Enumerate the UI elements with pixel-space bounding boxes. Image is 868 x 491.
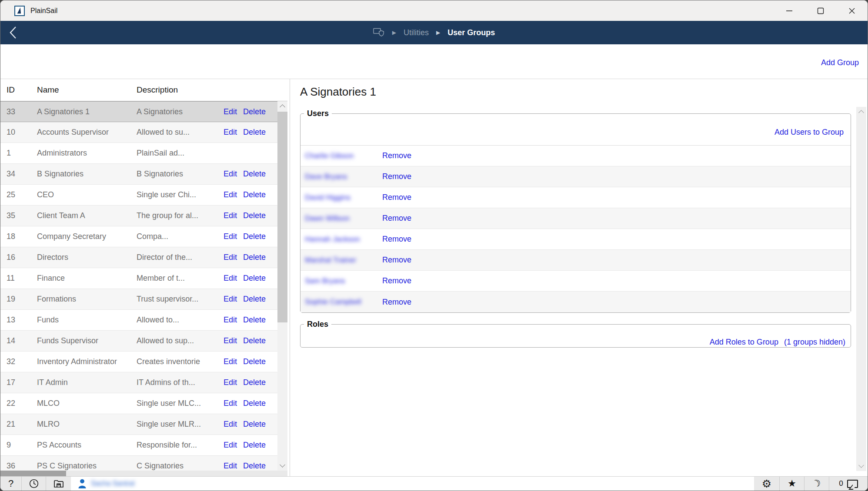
scroll-up-icon[interactable] <box>858 110 864 116</box>
close-button[interactable] <box>836 0 868 21</box>
delete-link[interactable]: Delete <box>243 461 266 471</box>
remove-user-link[interactable]: Remove <box>382 255 411 265</box>
scroll-down-icon[interactable] <box>280 462 285 468</box>
add-roles-to-group-link[interactable]: Add Roles to Group <box>710 338 778 347</box>
history-button[interactable] <box>22 477 46 491</box>
settings-button[interactable]: ⚙ <box>754 477 779 491</box>
messages-button[interactable]: 0 <box>829 477 868 491</box>
delete-link[interactable]: Delete <box>243 190 266 199</box>
remove-user-link[interactable]: Remove <box>382 193 411 202</box>
remove-user-link[interactable]: Remove <box>382 214 411 223</box>
edit-link[interactable]: Edit <box>224 399 237 408</box>
column-header-description[interactable]: Description <box>137 85 224 95</box>
dark-mode-button[interactable]: ☽ <box>805 477 829 491</box>
delete-link[interactable]: Delete <box>243 336 266 345</box>
maximize-button[interactable] <box>805 0 836 21</box>
minimize-button[interactable] <box>774 0 805 21</box>
edit-link[interactable]: Edit <box>224 420 237 429</box>
add-users-to-group-link[interactable]: Add Users to Group <box>775 128 844 137</box>
table-row[interactable]: 10 Accounts Supervisor Allowed to su... … <box>0 122 287 143</box>
table-row[interactable]: 16 Directors Director of the... EditDele… <box>0 247 287 268</box>
table-row[interactable]: 17 IT Admin IT Admins of th... EditDelet… <box>0 372 287 393</box>
user-name-link[interactable]: Sophie Campbell <box>305 298 382 306</box>
column-header-name[interactable]: Name <box>37 85 137 95</box>
delete-link[interactable]: Delete <box>243 274 266 283</box>
edit-link[interactable]: Edit <box>224 274 237 283</box>
scroll-down-icon[interactable] <box>858 462 864 468</box>
table-row[interactable]: 1 Administrators PlainSail ad... <box>0 143 287 164</box>
delete-link[interactable]: Delete <box>243 295 266 304</box>
edit-link[interactable]: Edit <box>224 378 237 387</box>
scroll-up-icon[interactable] <box>280 104 285 110</box>
table-vertical-scrollbar[interactable] <box>277 101 287 471</box>
remove-user-link[interactable]: Remove <box>382 298 411 307</box>
delete-link[interactable]: Delete <box>243 169 266 179</box>
groups-table-panel: ID Name Description 33 A Signatories 1 A… <box>0 79 287 476</box>
remove-user-link[interactable]: Remove <box>382 172 411 181</box>
edit-link[interactable]: Edit <box>224 253 237 262</box>
edit-link[interactable]: Edit <box>224 107 237 116</box>
delete-link[interactable]: Delete <box>243 378 266 387</box>
table-row[interactable]: 22 MLCO Single user MLC... EditDelete <box>0 393 287 414</box>
current-user[interactable]: Sacha Santral <box>71 477 135 491</box>
help-button[interactable]: ? <box>0 477 21 491</box>
detail-vertical-scrollbar[interactable] <box>856 107 866 471</box>
delete-link[interactable]: Delete <box>243 107 266 116</box>
screens-shield-icon[interactable] <box>373 28 385 38</box>
delete-link[interactable]: Delete <box>243 357 266 366</box>
edit-link[interactable]: Edit <box>224 169 237 179</box>
table-row[interactable]: 11 Finance Member of t... EditDelete <box>0 268 287 289</box>
user-name-link[interactable]: Sam Bryans <box>305 277 382 285</box>
edit-link[interactable]: Edit <box>224 357 237 366</box>
user-name-link[interactable]: Marshal Trainer <box>305 256 382 265</box>
table-row[interactable]: 25 CEO Single user Chi... EditDelete <box>0 185 287 206</box>
window-controls <box>774 0 868 21</box>
user-name-link[interactable]: David Higgins <box>305 193 382 202</box>
edit-link[interactable]: Edit <box>224 128 237 137</box>
user-name-link[interactable]: Dawn Willson <box>305 214 382 223</box>
edit-link[interactable]: Edit <box>224 190 237 199</box>
user-name-link[interactable]: Hannah Jackson <box>305 235 382 244</box>
table-row[interactable]: 33 A Signatories 1 A Signatories EditDel… <box>0 101 287 122</box>
delete-link[interactable]: Delete <box>243 441 266 450</box>
user-name-link[interactable]: Dave Bryans <box>305 173 382 181</box>
column-header-id[interactable]: ID <box>7 85 37 95</box>
delete-link[interactable]: Delete <box>243 232 266 241</box>
remove-user-link[interactable]: Remove <box>382 276 411 285</box>
edit-link[interactable]: Edit <box>224 461 237 471</box>
add-group-link[interactable]: Add Group <box>821 58 859 67</box>
delete-link[interactable]: Delete <box>243 315 266 325</box>
edit-link[interactable]: Edit <box>224 441 237 450</box>
table-horizontal-scrollbar[interactable] <box>0 471 287 476</box>
scrollbar-thumb[interactable] <box>0 471 66 476</box>
table-row[interactable]: 21 MLRO Single user MLR... EditDelete <box>0 414 287 435</box>
delete-link[interactable]: Delete <box>243 399 266 408</box>
table-row[interactable]: 13 Funds Allowed to... EditDelete <box>0 310 287 331</box>
breadcrumb-utilities[interactable]: Utilities <box>404 28 429 37</box>
table-row[interactable]: 14 Funds Supervisor Allowed to sup... Ed… <box>0 331 287 352</box>
edit-link[interactable]: Edit <box>224 232 237 241</box>
edit-link[interactable]: Edit <box>224 295 237 304</box>
delete-link[interactable]: Delete <box>243 253 266 262</box>
table-row[interactable]: 9 PS Accounts Responsible for... EditDel… <box>0 435 287 456</box>
edit-link[interactable]: Edit <box>224 315 237 325</box>
edit-link[interactable]: Edit <box>224 336 237 345</box>
table-row[interactable]: 34 B Signatories B Signatories EditDelet… <box>0 164 287 185</box>
edit-link[interactable]: Edit <box>224 211 237 220</box>
delete-link[interactable]: Delete <box>243 420 266 429</box>
remove-user-link[interactable]: Remove <box>382 151 411 160</box>
saved-files-button[interactable] <box>46 477 71 491</box>
table-row[interactable]: 36 PS C Signatories C Signatories EditDe… <box>0 456 287 471</box>
user-name-link[interactable]: Charlie Gibson <box>305 152 382 160</box>
hidden-groups-note[interactable]: (1 groups hidden) <box>784 338 845 347</box>
table-row[interactable]: 19 Formations Trust supervisor... EditDe… <box>0 289 287 310</box>
scrollbar-thumb[interactable] <box>277 112 287 322</box>
favorites-button[interactable]: ★ <box>780 477 804 491</box>
table-row[interactable]: 35 Client Team A The group for al... Edi… <box>0 206 287 226</box>
table-row[interactable]: 32 Inventory Administrator Creates inven… <box>0 352 287 372</box>
delete-link[interactable]: Delete <box>243 211 266 220</box>
remove-user-link[interactable]: Remove <box>382 235 411 244</box>
back-button[interactable] <box>4 21 23 44</box>
delete-link[interactable]: Delete <box>243 128 266 137</box>
table-row[interactable]: 18 Company Secretary Compa... EditDelete <box>0 226 287 247</box>
